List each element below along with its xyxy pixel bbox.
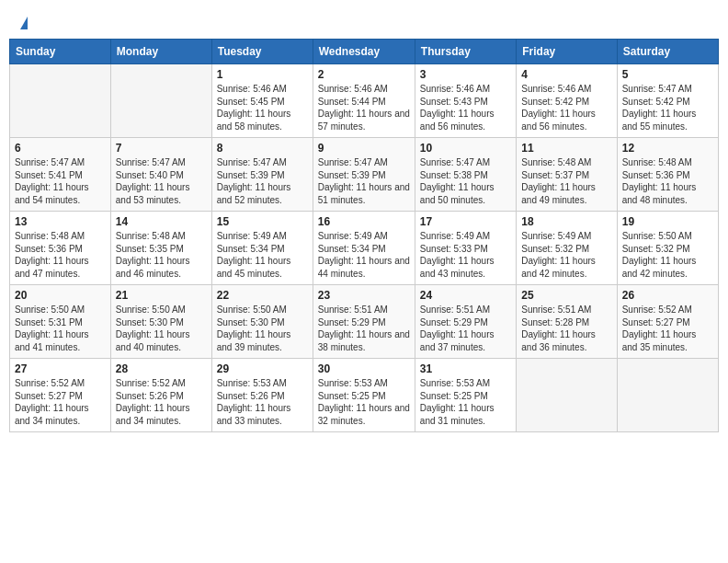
- cell-info: Sunrise: 5:47 AMSunset: 5:39 PMDaylight:…: [217, 156, 308, 206]
- daylight-text: Daylight: 11 hours and 47 minutes.: [15, 255, 106, 280]
- sunset-text: Sunset: 5:25 PM: [318, 390, 410, 403]
- daylight-text: Daylight: 11 hours and 31 minutes.: [420, 402, 511, 427]
- calendar-cell: 15Sunrise: 5:49 AMSunset: 5:34 PMDayligh…: [211, 212, 313, 285]
- calendar-cell: 31Sunrise: 5:53 AMSunset: 5:25 PMDayligh…: [415, 359, 516, 432]
- sunset-text: Sunset: 5:37 PM: [521, 169, 611, 182]
- calendar-cell: [617, 359, 718, 432]
- calendar-cell: 30Sunrise: 5:53 AMSunset: 5:25 PMDayligh…: [313, 359, 415, 432]
- daylight-text: Daylight: 11 hours and 40 minutes.: [116, 328, 207, 353]
- weekday-header-friday: Friday: [517, 40, 617, 64]
- calendar-cell: 4Sunrise: 5:46 AMSunset: 5:42 PMDaylight…: [517, 64, 617, 138]
- sunrise-text: Sunrise: 5:50 AM: [622, 230, 713, 243]
- day-number: 9: [318, 142, 410, 155]
- day-number: 7: [116, 142, 207, 155]
- daylight-text: Daylight: 11 hours and 39 minutes.: [217, 328, 308, 353]
- sunset-text: Sunset: 5:35 PM: [116, 243, 207, 256]
- cell-info: Sunrise: 5:47 AMSunset: 5:38 PMDaylight:…: [420, 156, 511, 206]
- calendar-cell: 28Sunrise: 5:52 AMSunset: 5:26 PMDayligh…: [110, 359, 211, 432]
- weekday-header-thursday: Thursday: [415, 40, 516, 64]
- day-number: 4: [521, 68, 611, 81]
- daylight-text: Daylight: 11 hours and 32 minutes.: [318, 402, 410, 427]
- cell-info: Sunrise: 5:47 AMSunset: 5:39 PMDaylight:…: [318, 156, 410, 206]
- sunrise-text: Sunrise: 5:53 AM: [318, 377, 410, 390]
- calendar-cell: 13Sunrise: 5:48 AMSunset: 5:36 PMDayligh…: [10, 212, 111, 285]
- sunset-text: Sunset: 5:39 PM: [318, 169, 410, 182]
- sunset-text: Sunset: 5:26 PM: [217, 390, 308, 403]
- cell-info: Sunrise: 5:50 AMSunset: 5:30 PMDaylight:…: [217, 304, 308, 353]
- daylight-text: Daylight: 11 hours and 44 minutes.: [318, 255, 410, 280]
- sunset-text: Sunset: 5:28 PM: [521, 316, 611, 329]
- cell-info: Sunrise: 5:49 AMSunset: 5:32 PMDaylight:…: [521, 230, 611, 280]
- calendar-week-row: 13Sunrise: 5:48 AMSunset: 5:36 PMDayligh…: [10, 212, 719, 285]
- day-number: 23: [318, 289, 410, 302]
- sunrise-text: Sunrise: 5:46 AM: [521, 83, 611, 96]
- sunrise-text: Sunrise: 5:47 AM: [318, 156, 410, 169]
- sunrise-text: Sunrise: 5:47 AM: [622, 83, 713, 96]
- daylight-text: Daylight: 11 hours and 55 minutes.: [622, 108, 713, 132]
- sunrise-text: Sunrise: 5:48 AM: [622, 156, 713, 169]
- calendar-table: SundayMondayTuesdayWednesdayThursdayFrid…: [9, 39, 719, 432]
- cell-info: Sunrise: 5:47 AMSunset: 5:41 PMDaylight:…: [15, 156, 106, 206]
- cell-info: Sunrise: 5:50 AMSunset: 5:31 PMDaylight:…: [15, 304, 106, 353]
- logo: [18, 17, 28, 29]
- daylight-text: Daylight: 11 hours and 45 minutes.: [217, 255, 308, 280]
- cell-info: Sunrise: 5:51 AMSunset: 5:29 PMDaylight:…: [318, 304, 410, 353]
- cell-info: Sunrise: 5:52 AMSunset: 5:27 PMDaylight:…: [15, 377, 106, 427]
- sunset-text: Sunset: 5:32 PM: [622, 243, 713, 256]
- calendar-cell: 19Sunrise: 5:50 AMSunset: 5:32 PMDayligh…: [617, 212, 718, 285]
- calendar-cell: 5Sunrise: 5:47 AMSunset: 5:42 PMDaylight…: [617, 64, 718, 138]
- day-number: 30: [318, 362, 410, 375]
- day-number: 25: [521, 289, 611, 302]
- page-header: [9, 9, 719, 35]
- cell-info: Sunrise: 5:52 AMSunset: 5:27 PMDaylight:…: [622, 304, 713, 353]
- daylight-text: Daylight: 11 hours and 35 minutes.: [622, 328, 713, 353]
- calendar-week-row: 6Sunrise: 5:47 AMSunset: 5:41 PMDaylight…: [10, 138, 719, 212]
- day-number: 22: [217, 289, 308, 302]
- sunset-text: Sunset: 5:30 PM: [217, 316, 308, 329]
- cell-info: Sunrise: 5:46 AMSunset: 5:43 PMDaylight:…: [420, 83, 511, 132]
- cell-info: Sunrise: 5:48 AMSunset: 5:36 PMDaylight:…: [15, 230, 106, 280]
- day-number: 20: [15, 289, 106, 302]
- calendar-week-row: 20Sunrise: 5:50 AMSunset: 5:31 PMDayligh…: [10, 285, 719, 359]
- sunset-text: Sunset: 5:29 PM: [318, 316, 410, 329]
- daylight-text: Daylight: 11 hours and 41 minutes.: [15, 328, 106, 353]
- day-number: 6: [15, 142, 106, 155]
- cell-info: Sunrise: 5:53 AMSunset: 5:25 PMDaylight:…: [318, 377, 410, 427]
- calendar-cell: 7Sunrise: 5:47 AMSunset: 5:40 PMDaylight…: [110, 138, 211, 212]
- cell-info: Sunrise: 5:48 AMSunset: 5:35 PMDaylight:…: [116, 230, 207, 280]
- daylight-text: Daylight: 11 hours and 50 minutes.: [420, 181, 511, 206]
- sunrise-text: Sunrise: 5:48 AM: [521, 156, 611, 169]
- sunset-text: Sunset: 5:33 PM: [420, 243, 511, 256]
- day-number: 2: [318, 68, 410, 81]
- day-number: 10: [420, 142, 511, 155]
- sunset-text: Sunset: 5:25 PM: [420, 390, 511, 403]
- calendar-cell: 20Sunrise: 5:50 AMSunset: 5:31 PMDayligh…: [10, 285, 111, 359]
- calendar-cell: 2Sunrise: 5:46 AMSunset: 5:44 PMDaylight…: [313, 64, 415, 138]
- daylight-text: Daylight: 11 hours and 42 minutes.: [622, 255, 713, 280]
- calendar-cell: 27Sunrise: 5:52 AMSunset: 5:27 PMDayligh…: [10, 359, 111, 432]
- daylight-text: Daylight: 11 hours and 53 minutes.: [116, 181, 207, 206]
- sunrise-text: Sunrise: 5:48 AM: [116, 230, 207, 243]
- cell-info: Sunrise: 5:51 AMSunset: 5:28 PMDaylight:…: [521, 304, 611, 353]
- day-number: 24: [420, 289, 511, 302]
- daylight-text: Daylight: 11 hours and 34 minutes.: [116, 402, 207, 427]
- cell-info: Sunrise: 5:49 AMSunset: 5:33 PMDaylight:…: [420, 230, 511, 280]
- daylight-text: Daylight: 11 hours and 43 minutes.: [420, 255, 511, 280]
- calendar-cell: 24Sunrise: 5:51 AMSunset: 5:29 PMDayligh…: [415, 285, 516, 359]
- sunset-text: Sunset: 5:26 PM: [116, 390, 207, 403]
- day-number: 27: [15, 362, 106, 375]
- sunset-text: Sunset: 5:38 PM: [420, 169, 511, 182]
- sunrise-text: Sunrise: 5:52 AM: [15, 377, 106, 390]
- day-number: 15: [217, 215, 308, 228]
- calendar-header-row: SundayMondayTuesdayWednesdayThursdayFrid…: [10, 40, 719, 64]
- calendar-cell: 8Sunrise: 5:47 AMSunset: 5:39 PMDaylight…: [211, 138, 313, 212]
- sunset-text: Sunset: 5:29 PM: [420, 316, 511, 329]
- day-number: 17: [420, 215, 511, 228]
- daylight-text: Daylight: 11 hours and 56 minutes.: [420, 108, 511, 132]
- day-number: 13: [15, 215, 106, 228]
- daylight-text: Daylight: 11 hours and 54 minutes.: [15, 181, 106, 206]
- daylight-text: Daylight: 11 hours and 38 minutes.: [318, 328, 410, 353]
- sunrise-text: Sunrise: 5:49 AM: [318, 230, 410, 243]
- calendar-cell: 6Sunrise: 5:47 AMSunset: 5:41 PMDaylight…: [10, 138, 111, 212]
- cell-info: Sunrise: 5:48 AMSunset: 5:37 PMDaylight:…: [521, 156, 611, 206]
